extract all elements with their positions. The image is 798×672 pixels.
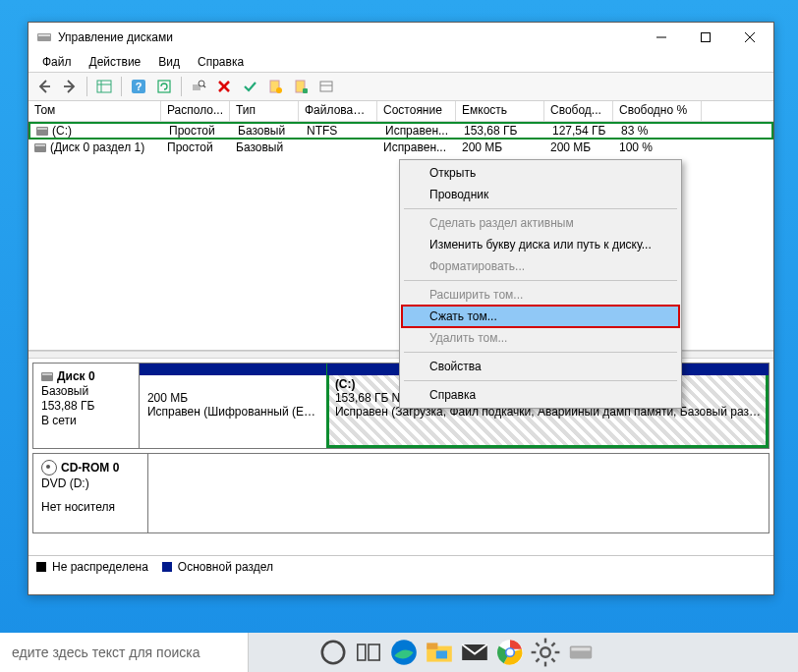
svg-rect-30: [427, 643, 437, 648]
refresh-icon[interactable]: [152, 75, 176, 98]
menu-action[interactable]: Действие: [82, 53, 149, 71]
col-type[interactable]: Тип: [230, 101, 299, 121]
col-status[interactable]: Состояние: [377, 101, 456, 121]
ctx-format: Форматировать...: [402, 255, 679, 277]
table-header: Том Располо... Тип Файловая с... Состоян…: [28, 101, 773, 122]
svg-rect-13: [158, 81, 170, 92]
ctx-help[interactable]: Справка: [402, 384, 679, 406]
svg-rect-22: [303, 88, 308, 93]
table-row[interactable]: (Диск 0 раздел 1) Простой Базовый Исправ…: [28, 140, 773, 155]
ctx-change-letter[interactable]: Изменить букву диска или путь к диску...: [402, 234, 679, 255]
svg-point-25: [322, 642, 344, 663]
menubar: Файл Действие Вид Справка: [28, 52, 773, 72]
legend-unallocated: Не распределена: [52, 560, 148, 574]
back-button[interactable]: [32, 75, 56, 98]
svg-rect-46: [571, 647, 590, 650]
taskview-icon[interactable]: [353, 637, 384, 668]
svg-line-16: [203, 85, 205, 87]
svg-rect-1: [38, 34, 50, 36]
ctx-extend: Расширить том...: [402, 284, 679, 306]
col-filesystem[interactable]: Файловая с...: [299, 101, 377, 121]
delete-icon[interactable]: [212, 75, 236, 98]
legend-primary: Основной раздел: [178, 560, 273, 574]
swatch-primary: [162, 562, 172, 572]
svg-point-20: [276, 87, 282, 93]
new-icon[interactable]: [263, 75, 287, 98]
search-input[interactable]: едите здесь текст для поиска: [0, 633, 249, 672]
ctx-explorer[interactable]: Проводник: [402, 184, 679, 205]
menu-view[interactable]: Вид: [150, 53, 188, 71]
svg-line-42: [551, 658, 554, 661]
disk-icon: [41, 372, 53, 381]
svg-point-35: [506, 648, 513, 655]
svg-text:?: ?: [136, 81, 142, 92]
ctx-properties[interactable]: Свойства: [402, 356, 679, 377]
app-icon: [36, 29, 52, 45]
partition-efi[interactable]: 200 МБ Исправен (Шифрованный (EFI) …: [140, 364, 326, 448]
menu-file[interactable]: Файл: [34, 53, 80, 71]
diskmgmt-taskbar-icon[interactable]: [565, 637, 597, 668]
window-title: Управление дисками: [58, 30, 173, 44]
close-button[interactable]: [727, 24, 771, 52]
vol-name: (C:): [52, 124, 72, 138]
col-capacity[interactable]: Емкость: [456, 101, 544, 121]
table-row[interactable]: (C:) Простой Базовый NTFS Исправен... 15…: [28, 122, 773, 140]
maximize-button[interactable]: [683, 24, 727, 52]
ctx-open[interactable]: Открыть: [402, 162, 679, 184]
scan-icon[interactable]: [187, 75, 210, 98]
svg-line-43: [551, 643, 554, 645]
volume-icon: [34, 143, 46, 152]
minimize-button[interactable]: [639, 24, 683, 52]
svg-rect-3: [701, 33, 710, 42]
cdrom-row: CD-ROM 0 DVD (D:) Нет носителя: [32, 453, 770, 533]
svg-rect-23: [320, 82, 332, 91]
forward-button[interactable]: [58, 75, 82, 98]
cdrom-label[interactable]: CD-ROM 0 DVD (D:) Нет носителя: [33, 454, 148, 532]
svg-rect-27: [369, 644, 379, 660]
volume-icon: [36, 127, 48, 136]
view-icon[interactable]: [314, 75, 338, 98]
disk0-label[interactable]: Диск 0 Базовый 153,88 ГБ В сети: [33, 364, 140, 448]
ctx-delete: Удалить том...: [402, 327, 679, 349]
ctx-make-active: Сделать раздел активным: [402, 212, 679, 234]
svg-line-41: [536, 643, 539, 645]
col-percent-free[interactable]: Свободно %: [613, 101, 702, 121]
svg-rect-26: [358, 644, 366, 660]
ctx-shrink[interactable]: Сжать том...: [402, 306, 679, 327]
mail-icon[interactable]: [459, 637, 490, 668]
context-menu: Открыть Проводник Сделать раздел активны…: [399, 159, 682, 409]
edge-icon[interactable]: [388, 637, 420, 668]
menu-help[interactable]: Справка: [190, 53, 252, 71]
col-volume[interactable]: Том: [28, 101, 161, 121]
cdrom-icon: [41, 460, 57, 476]
col-layout[interactable]: Располо...: [161, 101, 230, 121]
explorer-icon[interactable]: [424, 637, 455, 668]
add-icon[interactable]: [289, 75, 313, 98]
svg-rect-8: [97, 81, 111, 92]
swatch-unallocated: [36, 562, 46, 572]
svg-line-44: [536, 658, 539, 661]
titlebar: Управление дисками: [28, 23, 773, 52]
svg-rect-31: [436, 650, 447, 658]
chrome-icon[interactable]: [494, 637, 526, 668]
vol-name: (Диск 0 раздел 1): [50, 140, 144, 154]
check-icon[interactable]: [238, 75, 261, 98]
col-free[interactable]: Свобод...: [544, 101, 613, 121]
scope-button[interactable]: [92, 75, 116, 98]
toolbar: ?: [28, 72, 773, 101]
svg-point-36: [541, 647, 550, 657]
settings-icon[interactable]: [530, 637, 561, 668]
cortana-icon[interactable]: [317, 637, 349, 668]
legend: Не распределена Основной раздел: [28, 555, 773, 578]
help-icon[interactable]: ?: [127, 75, 150, 98]
taskbar: едите здесь текст для поиска: [0, 633, 798, 672]
